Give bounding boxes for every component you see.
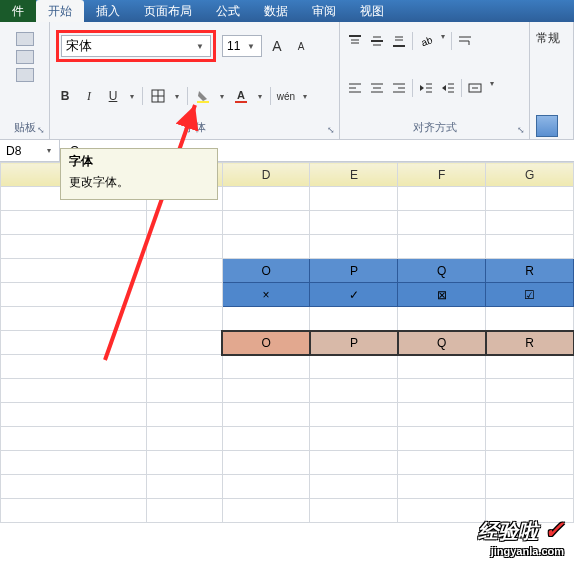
- align-center-button[interactable]: [368, 79, 386, 97]
- table-row-selected: O P Q R: [1, 331, 574, 355]
- align-group-label: 对齐方式: [346, 120, 523, 137]
- align-top-button[interactable]: [346, 32, 364, 50]
- cell[interactable]: ⊠: [398, 283, 486, 307]
- col-header[interactable]: D: [222, 163, 310, 187]
- font-group: 宋体 ▼ 11 ▼ A A B I U ▾ ▾ ▾: [50, 22, 340, 139]
- wrap-text-button[interactable]: [456, 32, 474, 50]
- phonetic-button[interactable]: wén: [277, 87, 295, 105]
- svg-rect-5: [235, 101, 247, 103]
- name-box[interactable]: D8 ▾: [0, 140, 60, 161]
- cell[interactable]: Q: [398, 259, 486, 283]
- font-size-value: 11: [227, 39, 240, 53]
- table-row: O P Q R: [1, 259, 574, 283]
- separator: [142, 87, 143, 105]
- clipboard-group: 贴板 ⤡: [0, 22, 50, 139]
- chevron-down-icon[interactable]: ▾: [301, 92, 309, 101]
- chevron-down-icon[interactable]: ▾: [439, 32, 447, 50]
- font-name-combo[interactable]: 宋体 ▼: [61, 35, 211, 57]
- table-row: [1, 451, 574, 475]
- tab-insert[interactable]: 插入: [84, 0, 132, 22]
- separator: [451, 32, 452, 50]
- chevron-down-icon[interactable]: ▾: [128, 92, 136, 101]
- number-group: 常规: [530, 22, 574, 139]
- underline-button[interactable]: U: [104, 87, 122, 105]
- cell[interactable]: P: [310, 259, 398, 283]
- tooltip-body: 更改字体。: [69, 174, 209, 191]
- grow-font-button[interactable]: A: [268, 37, 286, 55]
- chevron-down-icon[interactable]: ▼: [245, 42, 257, 51]
- tab-formula[interactable]: 公式: [204, 0, 252, 22]
- cut-icon[interactable]: [16, 32, 34, 46]
- ribbon: 贴板 ⤡ 宋体 ▼ 11 ▼ A A B I U ▾: [0, 22, 574, 140]
- merge-button[interactable]: [466, 79, 484, 97]
- separator: [412, 79, 413, 97]
- tab-data[interactable]: 数据: [252, 0, 300, 22]
- number-format-label: 常规: [536, 30, 567, 47]
- tab-review[interactable]: 审阅: [300, 0, 348, 22]
- spreadsheet-grid: A D E F G O P Q R × ✓ ⊠ ☑ O P Q R: [0, 162, 574, 562]
- orientation-button[interactable]: ab: [417, 32, 435, 50]
- paste-icon[interactable]: [16, 68, 34, 82]
- align-left-button[interactable]: [346, 79, 364, 97]
- indent-increase-button[interactable]: [439, 79, 457, 97]
- col-header[interactable]: F: [398, 163, 486, 187]
- number-format-button[interactable]: [536, 115, 558, 137]
- chevron-down-icon[interactable]: ▾: [218, 92, 226, 101]
- active-cell[interactable]: O: [222, 331, 310, 355]
- cell[interactable]: Q: [398, 331, 486, 355]
- name-box-value: D8: [6, 144, 21, 158]
- tab-view[interactable]: 视图: [348, 0, 396, 22]
- separator: [270, 87, 271, 105]
- cell[interactable]: R: [486, 259, 574, 283]
- cell[interactable]: ✓: [310, 283, 398, 307]
- tab-layout[interactable]: 页面布局: [132, 0, 204, 22]
- chevron-down-icon[interactable]: ▾: [488, 79, 496, 97]
- shrink-font-button[interactable]: A: [292, 37, 310, 55]
- bold-button[interactable]: B: [56, 87, 74, 105]
- font-name-highlight: 宋体 ▼: [56, 30, 216, 62]
- col-header[interactable]: E: [310, 163, 398, 187]
- fill-color-button[interactable]: [194, 87, 212, 105]
- table-row: [1, 475, 574, 499]
- chevron-down-icon[interactable]: ▾: [256, 92, 264, 101]
- font-size-combo[interactable]: 11 ▼: [222, 35, 262, 57]
- sheet-table[interactable]: A D E F G O P Q R × ✓ ⊠ ☑ O P Q R: [0, 162, 574, 523]
- align-right-button[interactable]: [390, 79, 408, 97]
- table-row: [1, 379, 574, 403]
- align-bottom-button[interactable]: [390, 32, 408, 50]
- tooltip-title: 字体: [69, 153, 209, 170]
- align-expand-icon[interactable]: ⤡: [515, 125, 527, 137]
- font-expand-icon[interactable]: ⤡: [325, 125, 337, 137]
- align-group: ab ▾ ▾ 对齐方式 ⤡: [340, 22, 530, 139]
- cell[interactable]: R: [486, 331, 574, 355]
- chevron-down-icon[interactable]: ▾: [45, 146, 53, 155]
- align-middle-button[interactable]: [368, 32, 386, 50]
- copy-icon[interactable]: [16, 50, 34, 64]
- chevron-down-icon[interactable]: ▾: [173, 92, 181, 101]
- cell[interactable]: O: [222, 259, 310, 283]
- tab-file[interactable]: 件: [0, 0, 36, 22]
- indent-decrease-button[interactable]: [417, 79, 435, 97]
- watermark: 经验啦 ✓ jingyanla.com: [478, 516, 564, 557]
- table-row: [1, 211, 574, 235]
- cell[interactable]: P: [310, 331, 398, 355]
- cell[interactable]: ☑: [486, 283, 574, 307]
- cell[interactable]: ×: [222, 283, 310, 307]
- table-row: [1, 355, 574, 379]
- font-tooltip: 字体 更改字体。: [60, 148, 218, 200]
- watermark-url: jingyanla.com: [478, 545, 564, 557]
- tab-home[interactable]: 开始: [36, 0, 84, 22]
- border-button[interactable]: [149, 87, 167, 105]
- table-row: [1, 235, 574, 259]
- ribbon-tabs: 件 开始 插入 页面布局 公式 数据 审阅 视图: [0, 0, 574, 22]
- col-header[interactable]: G: [486, 163, 574, 187]
- font-color-button[interactable]: A: [232, 87, 250, 105]
- italic-button[interactable]: I: [80, 87, 98, 105]
- svg-text:A: A: [237, 89, 245, 101]
- table-row: [1, 403, 574, 427]
- clipboard-expand-icon[interactable]: ⤡: [35, 125, 47, 137]
- watermark-text: 经验啦: [478, 520, 538, 542]
- separator: [461, 79, 462, 97]
- chevron-down-icon[interactable]: ▼: [194, 42, 206, 51]
- separator: [412, 32, 413, 50]
